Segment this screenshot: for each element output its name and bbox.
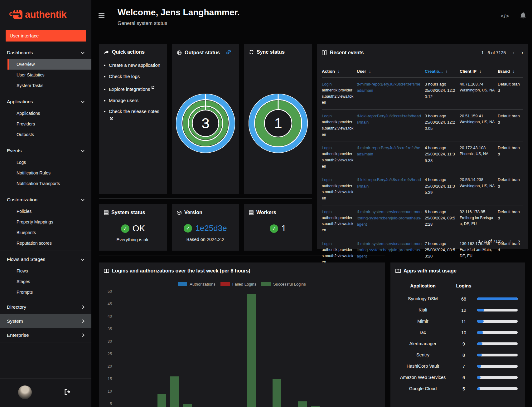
events-pagination-bottom: 1 - 6 of 7125 ‹ › [478,238,520,244]
apps-col-application: Application [395,283,450,291]
col-creation[interactable]: Creatio...↑ [425,66,460,78]
y-axis-tick: 10 [101,389,112,394]
recent-events-title: Recent events [330,50,364,56]
event-user-link[interactable]: tf-loki-repo:BeryJu/k8s:ref:refs/heads/m… [357,177,421,188]
y-axis-tick: 15 [101,376,112,382]
outpost-link-icon[interactable] [226,49,231,56]
sidebar: authentik User interface Dashboards Over… [0,0,91,407]
col-client-ip[interactable]: Client IP↕ [460,66,498,78]
event-user-link[interactable]: tf-mimir-repo:BeryJu/k8s:ref:refs/heads/… [357,145,420,156]
apps-usage-title: Apps with most usage [404,268,457,274]
nav-section-system[interactable]: System [0,314,91,328]
hamburger-menu-icon[interactable] [99,13,104,19]
sidebar-item-logs[interactable]: Logs [0,157,91,168]
event-user-link[interactable]: tf-mimir-repo:BeryJu/k8s:ref:refs/heads/… [357,82,420,93]
user-avatar[interactable] [18,385,32,399]
app-login-count: 9 [450,341,477,346]
chart-bar [273,379,281,407]
divider [0,191,91,191]
col-brand[interactable]: Brand↕ [498,66,523,78]
legend-item-failed-logins: Failed Logins [220,282,256,287]
pagination-prev-icon[interactable]: ‹ [510,238,511,244]
sidebar-item-prompts[interactable]: Prompts [0,287,91,297]
qa-create-application[interactable]: Create a new application [109,62,162,69]
pagination-prev-icon[interactable]: ‹ [513,49,515,56]
y-axis-tick: 30 [101,339,112,344]
nav-section-dashboards[interactable]: Dashboards [0,47,91,59]
nav-section-directory[interactable]: Directory [0,300,91,314]
apps-col-logins: Logins [450,283,477,291]
sidebar-item-policies[interactable]: Policies [0,206,91,217]
pagination-next-icon[interactable]: › [518,238,520,244]
quick-actions-title: Quick actions [112,49,145,55]
sidebar-item-blueprints[interactable]: Blueprints [0,227,91,238]
app-name: Synology DSM [395,296,450,302]
sidebar-item-overview[interactable]: Overview [7,59,91,70]
pagination-next-icon[interactable]: › [521,49,523,56]
pagination-label: 1 - 6 of 7125 [478,239,503,244]
app-name: Sentry [395,352,450,358]
sidebar-item-reputation-scores[interactable]: Reputation scores [0,238,91,248]
chart-legend: Authorizations Failed Logins Successful … [99,282,385,287]
qa-release-notes[interactable]: Check the release notes [109,108,162,124]
app-name: Mimir [395,318,450,325]
event-action-link[interactable]: Login [322,209,332,214]
event-user-link[interactable]: tf-mimir-system:serviceaccount:monitorin… [357,209,422,227]
sidebar-item-flows[interactable]: Flows [0,266,91,276]
quick-actions-list: Create a new application Check the logs … [109,62,162,124]
qa-explore-integrations[interactable]: Explore integrations [109,84,162,93]
app-login-count: 6 [450,375,477,380]
system-status-title: System status [111,210,145,215]
divider [0,251,91,251]
y-axis-tick: 20 [101,364,112,369]
nav-section-applications[interactable]: Applications [0,96,91,108]
app-usage-bar [477,297,518,300]
chevron-down-icon [81,149,84,152]
nav-section-customization[interactable]: Customization [0,194,91,206]
outpost-status-value: 3 [201,115,210,131]
sign-out-icon[interactable] [64,389,72,396]
nav-section-flows-and-stages[interactable]: Flows and Stages [0,253,91,266]
sidebar-item-notification-rules[interactable]: Notification Rules [0,168,91,178]
chart-bar [247,294,256,407]
app-name: Kiali [395,307,450,313]
version-value-link[interactable]: 1e25d3e [195,223,227,233]
sidebar-item-property-mappings[interactable]: Property Mappings [0,217,91,227]
event-action-link[interactable]: Login [322,177,332,182]
qa-check-logs[interactable]: Check the logs [109,73,162,80]
sidebar-item-stages[interactable]: Stages [0,276,91,287]
sort-icon: ↕ [513,69,515,74]
book-icon [322,50,327,55]
event-action-link[interactable]: Login [322,241,332,246]
sidebar-item-outposts[interactable]: Outposts [0,129,91,140]
sidebar-item-notification-transports[interactable]: Notification Transports [0,178,91,189]
notifications-bell-icon[interactable] [520,12,526,20]
sidebar-item-applications[interactable]: Applications [0,108,91,119]
main-content: Welcome, Jens Langhammer. General system… [91,0,532,407]
recent-events-card: Recent events 1 - 6 of 7125 ‹ › Action↕ … [317,44,528,249]
sort-asc-icon: ↑ [446,69,448,74]
sidebar-item-system-tasks[interactable]: System Tasks [0,80,91,91]
user-interface-button[interactable]: User interface [6,30,86,42]
y-axis-tick: 25 [101,351,112,357]
app-usage-bar [477,365,518,368]
app-usage-bar [477,309,518,311]
col-user[interactable]: User↕ [357,66,425,78]
event-action-link[interactable]: Login [322,145,332,150]
event-action-link[interactable]: Login [322,114,332,118]
qa-manage-users[interactable]: Manage users [109,97,162,104]
chart-bar [298,401,307,407]
event-user-link[interactable]: tf-loki-repo:BeryJu/k8s:ref:refs/heads/m… [357,114,421,125]
sort-icon: ↕ [338,69,340,74]
sidebar-item-user-statistics[interactable]: User Statistics [0,70,91,80]
event-action-link[interactable]: Login [322,82,332,86]
app-name: HashiCorp Vault [395,363,450,370]
col-action[interactable]: Action↕ [322,66,357,78]
nav-section-enterprise[interactable]: Enterprise [0,328,91,342]
sidebar-item-providers[interactable]: Providers [0,119,91,129]
api-code-icon[interactable]: </> [501,13,509,19]
authentik-logo-icon [9,9,23,21]
nav-section-events[interactable]: Events [0,145,91,157]
table-row: Loginauthentik.providers.oauth2.views.to… [322,78,523,110]
app-name: rac [395,329,450,336]
